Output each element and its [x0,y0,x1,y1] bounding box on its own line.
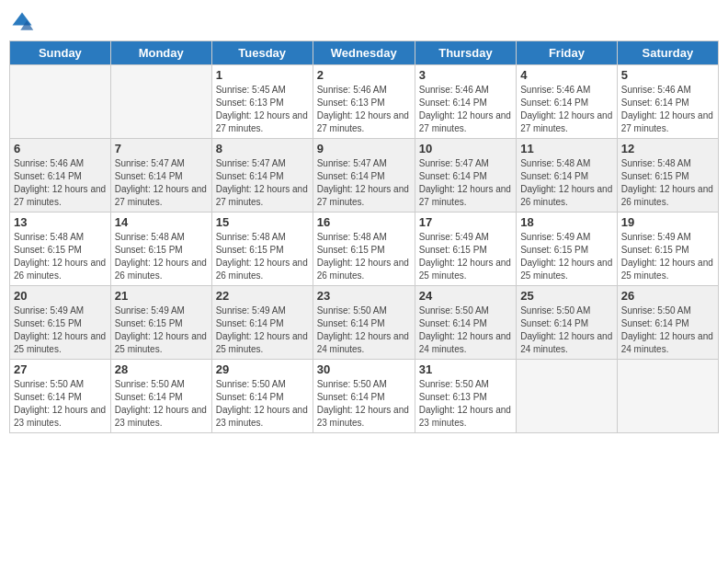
day-number: 25 [520,289,613,303]
day-info: Sunrise: 5:48 AM Sunset: 6:15 PM Dayligh… [621,157,714,209]
day-number: 18 [520,215,613,229]
calendar-cell: 20Sunrise: 5:49 AM Sunset: 6:15 PM Dayli… [10,286,111,360]
calendar-cell: 12Sunrise: 5:48 AM Sunset: 6:15 PM Dayli… [617,139,718,213]
calendar-cell: 10Sunrise: 5:47 AM Sunset: 6:14 PM Dayli… [415,139,516,213]
calendar-cell: 23Sunrise: 5:50 AM Sunset: 6:14 PM Dayli… [313,286,415,360]
calendar-cell: 14Sunrise: 5:48 AM Sunset: 6:15 PM Dayli… [110,213,211,286]
calendar-cell: 27Sunrise: 5:50 AM Sunset: 6:14 PM Dayli… [10,360,111,433]
day-info: Sunrise: 5:50 AM Sunset: 6:14 PM Dayligh… [520,304,613,356]
day-number: 20 [14,289,107,303]
day-info: Sunrise: 5:49 AM Sunset: 6:15 PM Dayligh… [419,231,512,282]
day-info: Sunrise: 5:49 AM Sunset: 6:15 PM Dayligh… [621,231,714,282]
day-number: 23 [317,289,411,303]
day-info: Sunrise: 5:49 AM Sunset: 6:15 PM Dayligh… [115,304,208,356]
calendar-cell [10,65,111,139]
calendar-cell: 31Sunrise: 5:50 AM Sunset: 6:13 PM Dayli… [415,360,516,433]
day-number: 5 [621,68,714,82]
calendar-cell: 19Sunrise: 5:49 AM Sunset: 6:15 PM Dayli… [617,213,718,286]
day-number: 29 [216,362,309,376]
calendar-cell: 16Sunrise: 5:48 AM Sunset: 6:15 PM Dayli… [313,213,415,286]
day-number: 11 [520,142,613,155]
day-info: Sunrise: 5:46 AM Sunset: 6:14 PM Dayligh… [419,84,512,135]
day-number: 13 [14,215,107,229]
day-info: Sunrise: 5:48 AM Sunset: 6:15 PM Dayligh… [14,231,107,282]
logo [9,9,39,35]
day-info: Sunrise: 5:50 AM Sunset: 6:13 PM Dayligh… [419,378,512,430]
day-number: 1 [216,68,309,82]
day-number: 21 [115,289,208,303]
day-header-monday: Monday [110,41,211,65]
day-header-sunday: Sunday [10,41,111,65]
day-number: 17 [419,215,512,229]
day-info: Sunrise: 5:47 AM Sunset: 6:14 PM Dayligh… [317,157,411,209]
day-info: Sunrise: 5:50 AM Sunset: 6:14 PM Dayligh… [419,304,512,356]
calendar-cell: 8Sunrise: 5:47 AM Sunset: 6:14 PM Daylig… [211,139,313,213]
day-info: Sunrise: 5:47 AM Sunset: 6:14 PM Dayligh… [115,157,208,209]
day-info: Sunrise: 5:49 AM Sunset: 6:14 PM Dayligh… [216,304,309,356]
calendar-cell: 25Sunrise: 5:50 AM Sunset: 6:14 PM Dayli… [517,286,618,360]
calendar: SundayMondayTuesdayWednesdayThursdayFrid… [9,40,719,433]
day-number: 3 [419,68,512,82]
calendar-cell: 6Sunrise: 5:46 AM Sunset: 6:14 PM Daylig… [10,139,111,213]
calendar-cell: 4Sunrise: 5:46 AM Sunset: 6:14 PM Daylig… [517,65,618,139]
calendar-cell: 26Sunrise: 5:50 AM Sunset: 6:14 PM Dayli… [617,286,718,360]
calendar-cell [110,65,211,139]
calendar-cell: 7Sunrise: 5:47 AM Sunset: 6:14 PM Daylig… [110,139,211,213]
day-info: Sunrise: 5:48 AM Sunset: 6:15 PM Dayligh… [115,231,208,282]
day-number: 27 [14,362,107,376]
calendar-cell [517,360,618,433]
calendar-cell: 18Sunrise: 5:49 AM Sunset: 6:15 PM Dayli… [517,213,618,286]
day-number: 12 [621,142,714,155]
day-number: 19 [621,215,714,229]
day-number: 6 [14,142,107,155]
day-number: 2 [317,68,411,82]
day-info: Sunrise: 5:48 AM Sunset: 6:15 PM Dayligh… [317,231,411,282]
day-number: 26 [621,289,714,303]
day-number: 16 [317,215,411,229]
calendar-week-5: 27Sunrise: 5:50 AM Sunset: 6:14 PM Dayli… [10,360,719,433]
logo-icon [9,9,35,35]
day-info: Sunrise: 5:48 AM Sunset: 6:15 PM Dayligh… [216,231,309,282]
day-number: 8 [216,142,309,155]
day-number: 10 [419,142,512,155]
day-header-wednesday: Wednesday [313,41,415,65]
day-number: 30 [317,362,411,376]
day-number: 4 [520,68,613,82]
day-info: Sunrise: 5:50 AM Sunset: 6:14 PM Dayligh… [14,378,107,430]
day-info: Sunrise: 5:50 AM Sunset: 6:14 PM Dayligh… [317,378,411,430]
day-info: Sunrise: 5:50 AM Sunset: 6:14 PM Dayligh… [621,304,714,356]
calendar-cell: 28Sunrise: 5:50 AM Sunset: 6:14 PM Dayli… [110,360,211,433]
calendar-cell [617,360,718,433]
day-header-friday: Friday [517,41,618,65]
calendar-header-row: SundayMondayTuesdayWednesdayThursdayFrid… [10,41,719,65]
calendar-cell: 13Sunrise: 5:48 AM Sunset: 6:15 PM Dayli… [10,213,111,286]
day-number: 15 [216,215,309,229]
day-number: 31 [419,362,512,376]
calendar-cell: 1Sunrise: 5:45 AM Sunset: 6:13 PM Daylig… [211,65,313,139]
day-number: 7 [115,142,208,155]
day-number: 14 [115,215,208,229]
day-info: Sunrise: 5:50 AM Sunset: 6:14 PM Dayligh… [115,378,208,430]
calendar-cell: 5Sunrise: 5:46 AM Sunset: 6:14 PM Daylig… [617,65,718,139]
day-info: Sunrise: 5:49 AM Sunset: 6:15 PM Dayligh… [520,231,613,282]
calendar-cell: 9Sunrise: 5:47 AM Sunset: 6:14 PM Daylig… [313,139,415,213]
calendar-cell: 22Sunrise: 5:49 AM Sunset: 6:14 PM Dayli… [211,286,313,360]
calendar-week-1: 1Sunrise: 5:45 AM Sunset: 6:13 PM Daylig… [10,65,719,139]
day-info: Sunrise: 5:50 AM Sunset: 6:14 PM Dayligh… [216,378,309,430]
day-info: Sunrise: 5:46 AM Sunset: 6:14 PM Dayligh… [520,84,613,135]
day-number: 22 [216,289,309,303]
calendar-week-3: 13Sunrise: 5:48 AM Sunset: 6:15 PM Dayli… [10,213,719,286]
day-info: Sunrise: 5:46 AM Sunset: 6:13 PM Dayligh… [317,84,411,135]
day-info: Sunrise: 5:45 AM Sunset: 6:13 PM Dayligh… [216,84,309,135]
calendar-cell: 17Sunrise: 5:49 AM Sunset: 6:15 PM Dayli… [415,213,516,286]
day-number: 24 [419,289,512,303]
day-header-saturday: Saturday [617,41,718,65]
calendar-cell: 11Sunrise: 5:48 AM Sunset: 6:14 PM Dayli… [517,139,618,213]
calendar-cell: 15Sunrise: 5:48 AM Sunset: 6:15 PM Dayli… [211,213,313,286]
day-number: 9 [317,142,411,155]
calendar-week-2: 6Sunrise: 5:46 AM Sunset: 6:14 PM Daylig… [10,139,719,213]
calendar-cell: 21Sunrise: 5:49 AM Sunset: 6:15 PM Dayli… [110,286,211,360]
day-info: Sunrise: 5:46 AM Sunset: 6:14 PM Dayligh… [621,84,714,135]
day-info: Sunrise: 5:47 AM Sunset: 6:14 PM Dayligh… [216,157,309,209]
calendar-cell: 3Sunrise: 5:46 AM Sunset: 6:14 PM Daylig… [415,65,516,139]
